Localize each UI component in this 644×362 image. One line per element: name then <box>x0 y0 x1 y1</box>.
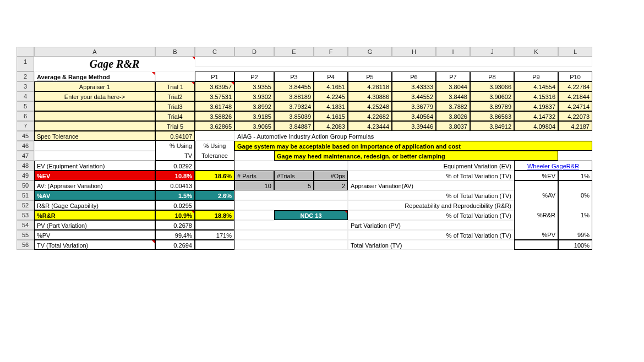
nops-val[interactable]: 2 <box>314 180 348 190</box>
t2p4[interactable]: 4.2245 <box>314 91 348 101</box>
t1p8[interactable]: 3.93066 <box>470 81 514 91</box>
p1-header[interactable]: P1 <box>195 72 234 81</box>
tv-label[interactable]: TV (Total Variation) <box>34 240 155 250</box>
spec-tolerance-label[interactable]: Spec Tolerance <box>34 131 155 141</box>
col-i[interactable]: I <box>436 47 470 57</box>
t3p3[interactable]: 3.79324 <box>274 101 314 111</box>
row-45[interactable]: 45 <box>17 131 34 141</box>
t5p3[interactable]: 3.84887 <box>274 121 314 131</box>
p2-header[interactable]: P2 <box>234 72 274 81</box>
t5p9[interactable]: 4.09804 <box>514 121 558 131</box>
t2p5[interactable]: 4.30886 <box>348 91 392 101</box>
pav-k[interactable]: %AV <box>514 190 558 200</box>
t4p3[interactable]: 3.85039 <box>274 111 314 121</box>
ppv-99pct[interactable]: 99% <box>558 230 592 240</box>
p5-header[interactable]: P5 <box>348 72 392 81</box>
t3p8[interactable]: 3.89789 <box>470 101 514 111</box>
row-50[interactable]: 50 <box>17 180 34 190</box>
t1p2[interactable]: 3.9355 <box>234 81 274 91</box>
row-6[interactable]: 6 <box>17 111 34 121</box>
prr-tol[interactable]: 18.8% <box>195 210 234 220</box>
t3p1[interactable]: 3.61748 <box>195 101 234 111</box>
row-2[interactable]: 2 <box>17 72 34 81</box>
t5p5[interactable]: 4.23444 <box>348 121 392 131</box>
enter-data-label[interactable]: Enter your data here-> <box>34 91 155 101</box>
t5p2[interactable]: 3.9065 <box>234 121 274 131</box>
col-e[interactable]: E <box>274 47 314 57</box>
t4p10[interactable]: 4.22073 <box>558 111 592 121</box>
t2p2[interactable]: 3.9302 <box>234 91 274 101</box>
p6-header[interactable]: P6 <box>392 72 436 81</box>
t2p1[interactable]: 3.57531 <box>195 91 234 101</box>
t2p3[interactable]: 3.88189 <box>274 91 314 101</box>
t3p4[interactable]: 4.1831 <box>314 101 348 111</box>
row-4[interactable]: 4 <box>17 91 34 101</box>
pav-0pct[interactable]: 0% <box>558 190 592 200</box>
col-d[interactable]: D <box>234 47 274 57</box>
ndc-value[interactable]: NDC 13 <box>274 210 348 220</box>
t4p7[interactable]: 3.8026 <box>436 111 470 121</box>
row-3[interactable]: 3 <box>17 81 34 91</box>
spec-tolerance-value[interactable]: 0.94107 <box>155 131 195 141</box>
rr-label[interactable]: R&R (Gage Capability) <box>34 200 155 210</box>
t3p2[interactable]: 3.8992 <box>234 101 274 111</box>
ntrials-val[interactable]: 5 <box>274 180 314 190</box>
row-47[interactable]: 47 <box>17 151 34 161</box>
prr-label[interactable]: %R&R <box>34 210 155 220</box>
t5p4[interactable]: 4.2083 <box>314 121 348 131</box>
t3p10[interactable]: 4.24714 <box>558 101 592 111</box>
t2p7[interactable]: 3.8448 <box>436 91 470 101</box>
row-49[interactable]: 49 <box>17 171 34 180</box>
trial3-name[interactable]: Trial3 <box>155 101 195 111</box>
pev-tv[interactable]: 10.8% <box>155 171 195 180</box>
pv-value[interactable]: 0.2678 <box>155 220 195 230</box>
t2p8[interactable]: 3.90602 <box>470 91 514 101</box>
pv-label[interactable]: PV (Part Variation) <box>34 220 155 230</box>
col-l[interactable]: L <box>558 47 592 57</box>
p8-header[interactable]: P8 <box>470 72 514 81</box>
row-5[interactable]: 5 <box>17 101 34 111</box>
prr-1pct[interactable]: 1% <box>558 210 592 220</box>
ev-label[interactable]: EV (Equipment Variation) <box>34 161 155 171</box>
t4p9[interactable]: 4.14732 <box>514 111 558 121</box>
p7-header[interactable]: P7 <box>436 72 470 81</box>
p4-header[interactable]: P4 <box>314 72 348 81</box>
rr-value[interactable]: 0.0295 <box>155 200 195 210</box>
ppv-tv[interactable]: 99.4% <box>155 230 195 240</box>
t1p1[interactable]: 3.63957 <box>195 81 234 91</box>
t5p1[interactable]: 3.62865 <box>195 121 234 131</box>
prr-tv[interactable]: 10.9% <box>155 210 195 220</box>
t1p9[interactable]: 4.14554 <box>514 81 558 91</box>
col-f[interactable]: F <box>314 47 348 57</box>
t3p9[interactable]: 4.19837 <box>514 101 558 111</box>
tot-100pct[interactable]: 100% <box>558 240 592 250</box>
appraiser-label[interactable]: Appraiser 1 <box>34 81 155 91</box>
ppv-label[interactable]: %PV <box>34 230 155 240</box>
col-g[interactable]: G <box>348 47 392 57</box>
col-a[interactable]: A <box>34 47 155 57</box>
trial1-name[interactable]: Trial 1 <box>155 81 195 91</box>
t3p7[interactable]: 3.7882 <box>436 101 470 111</box>
row-1[interactable]: 1 <box>17 57 34 72</box>
t1p4[interactable]: 4.1651 <box>314 81 348 91</box>
col-c[interactable]: C <box>195 47 234 57</box>
pav-tol[interactable]: 2.6% <box>195 190 234 200</box>
t2p10[interactable]: 4.21844 <box>558 91 592 101</box>
ppv-k[interactable]: %PV <box>514 230 558 240</box>
row-53[interactable]: 53 <box>17 210 34 220</box>
wheeler-link[interactable]: Wheeler GageR&R <box>514 161 592 171</box>
t4p1[interactable]: 3.58826 <box>195 111 234 121</box>
row-7[interactable]: 7 <box>17 121 34 131</box>
pev-k[interactable]: %EV <box>514 171 558 180</box>
t1p10[interactable]: 4.22784 <box>558 81 592 91</box>
row-54[interactable]: 54 <box>17 220 34 230</box>
row-55[interactable]: 55 <box>17 230 34 240</box>
tv-value[interactable]: 0.2694 <box>155 240 195 250</box>
col-b[interactable]: B <box>155 47 195 57</box>
t2p6[interactable]: 3.44552 <box>392 91 436 101</box>
row-52[interactable]: 52 <box>17 200 34 210</box>
pev-tol[interactable]: 18.6% <box>195 171 234 180</box>
t5p8[interactable]: 3.84912 <box>470 121 514 131</box>
col-k[interactable]: K <box>514 47 558 57</box>
t4p5[interactable]: 4.22682 <box>348 111 392 121</box>
